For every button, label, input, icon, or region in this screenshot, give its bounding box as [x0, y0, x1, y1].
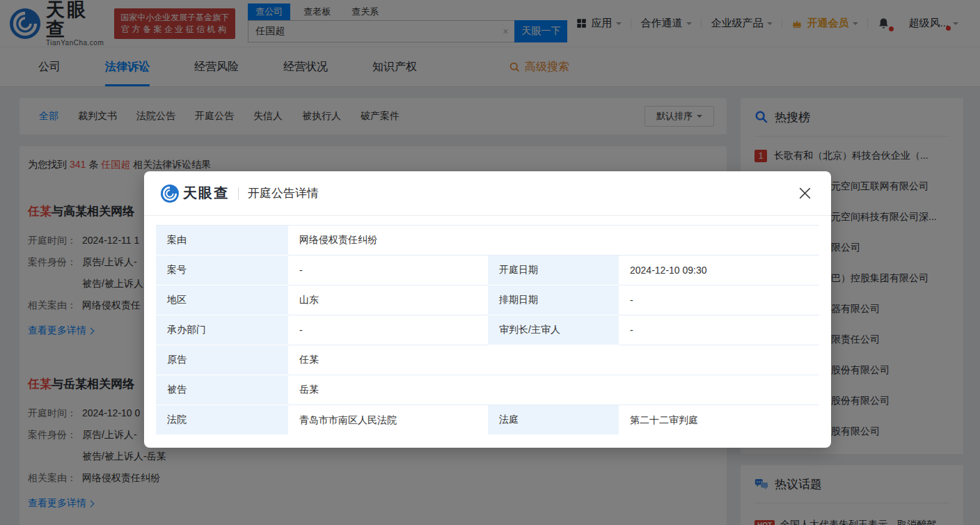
close-icon[interactable]	[796, 184, 814, 203]
row-value: 岳某	[288, 375, 819, 405]
modal-title: 开庭公告详情	[248, 185, 319, 201]
row-label: 地区	[156, 285, 288, 315]
row-label: 案由	[156, 226, 288, 256]
modal-brand-name: 天眼查	[183, 184, 229, 203]
row-label: 开庭日期	[488, 256, 619, 285]
modal-body: 案由 网络侵权责任纠纷 案号 - 开庭日期 2024-12-10 09:30 地…	[144, 216, 831, 448]
row-label: 法庭	[488, 405, 619, 435]
modal-brand: 天眼查	[161, 184, 229, 203]
modal-header: 天眼查 开庭公告详情	[144, 171, 831, 216]
row-label: 法院	[156, 405, 288, 435]
table-row: 承办部门 - 审判长/主审人 -	[156, 315, 819, 345]
row-value: -	[288, 256, 488, 285]
row-value: 山东	[288, 285, 488, 315]
table-row: 案由 网络侵权责任纠纷	[156, 226, 819, 256]
detail-table: 案由 网络侵权责任纠纷 案号 - 开庭日期 2024-12-10 09:30 地…	[156, 225, 819, 435]
row-label: 原告	[156, 345, 288, 375]
hearing-detail-modal: 天眼查 开庭公告详情 案由 网络侵权责任纠纷 案号 - 开庭日期	[144, 171, 831, 448]
row-value: -	[619, 285, 819, 315]
row-value: 2024-12-10 09:30	[619, 256, 819, 285]
table-row: 地区 山东 排期日期 -	[156, 285, 819, 315]
page: 天眼查 TianYanCha.com 国家中小企业发展子基金旗下 官方备案企业征…	[0, 0, 980, 525]
table-row: 案号 - 开庭日期 2024-12-10 09:30	[156, 256, 819, 285]
row-label: 排期日期	[488, 285, 619, 315]
divider	[238, 187, 239, 200]
row-value: 任某	[288, 345, 819, 375]
row-value: 网络侵权责任纠纷	[288, 226, 819, 256]
table-row: 法院 青岛市市南区人民法院 法庭 第二十二审判庭	[156, 405, 819, 435]
row-value: 第二十二审判庭	[619, 405, 819, 435]
row-label: 被告	[156, 375, 288, 405]
row-label: 案号	[156, 256, 288, 285]
row-value: -	[288, 315, 488, 345]
row-label: 审判长/主审人	[488, 315, 619, 345]
table-row: 原告 任某	[156, 345, 819, 375]
table-row: 被告 岳某	[156, 375, 819, 405]
row-value: -	[619, 315, 819, 345]
row-value: 青岛市市南区人民法院	[288, 405, 488, 435]
brand-swirl-icon	[161, 185, 179, 203]
row-label: 承办部门	[156, 315, 288, 345]
